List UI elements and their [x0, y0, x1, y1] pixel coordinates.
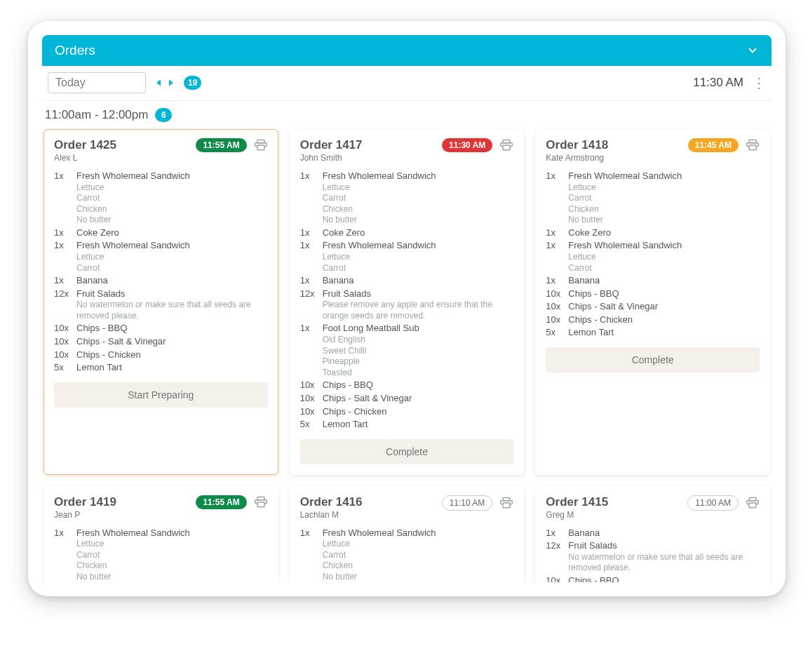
- item-modifier: Lettuce: [76, 539, 268, 550]
- item-qty: 1x: [54, 239, 71, 274]
- item-name: Lemon Tart: [568, 326, 760, 339]
- printer-icon[interactable]: [254, 495, 268, 509]
- item-note: Please remove any apple and ensure that …: [323, 300, 514, 321]
- item-modifier: Old English: [323, 335, 514, 346]
- printer-icon[interactable]: [499, 138, 513, 152]
- item-qty: 1x: [546, 239, 563, 274]
- order-id: Order 1417: [300, 138, 363, 152]
- order-item-row: 1xCoke Zero: [54, 227, 268, 239]
- item-modifier: No butter: [323, 572, 514, 582]
- svg-marker-0: [156, 80, 161, 86]
- order-items: 1xFresh Wholemeal SandwichLettuceCarrotC…: [300, 527, 514, 582]
- svg-rect-3: [257, 145, 264, 150]
- item-qty: 1x: [300, 227, 317, 239]
- item-name: Fresh Wholemeal Sandwich: [323, 170, 514, 182]
- item-qty: 1x: [300, 322, 317, 378]
- order-customer: Kate Armstrong: [546, 153, 608, 163]
- order-action-button[interactable]: Complete: [546, 347, 760, 372]
- item-modifier: Lettuce: [323, 252, 514, 263]
- item-qty: 1x: [54, 527, 71, 582]
- prev-day-icon[interactable]: [153, 76, 164, 89]
- order-card-header: Order 1415Greg M11:00 AM: [546, 495, 760, 520]
- page-title: Orders: [55, 43, 95, 58]
- item-name: Fresh Wholemeal Sandwich: [568, 239, 760, 252]
- orders-scroll[interactable]: Order 1425Alex L11:55 AM1xFresh Wholemea…: [42, 128, 772, 582]
- order-item-row: 10xChips - BBQ: [54, 322, 268, 335]
- order-card-header: Order 1416Lachlan M11:10 AM: [300, 495, 514, 520]
- item-name: Banana: [568, 274, 760, 287]
- item-modifier: Carrot: [568, 263, 760, 274]
- date-nav: [153, 76, 177, 89]
- order-item-row: 10xChips - BBQ: [300, 379, 514, 391]
- order-action-button[interactable]: Start Preparing: [54, 382, 268, 408]
- order-items: 1xBanana12xFruit SaladsNo watermelon or …: [546, 527, 760, 582]
- item-modifier: Pineapple: [323, 356, 514, 368]
- printer-icon[interactable]: [746, 496, 760, 510]
- printer-icon[interactable]: [746, 138, 760, 152]
- order-card[interactable]: Order 1416Lachlan M11:10 AM1xFresh Whole…: [290, 486, 525, 582]
- order-item-row: 1xFresh Wholemeal SandwichLettuceCarrotC…: [54, 527, 268, 582]
- order-time-pill: 11:30 AM: [442, 138, 492, 152]
- item-qty: 1x: [300, 170, 317, 226]
- next-day-icon[interactable]: [166, 76, 177, 89]
- item-name: Coke Zero: [76, 227, 268, 239]
- header-bar: Orders: [42, 35, 772, 66]
- date-select[interactable]: Today: [48, 72, 146, 93]
- item-name: Fruit Salads: [76, 288, 268, 300]
- order-action-button[interactable]: Complete: [300, 439, 514, 464]
- time-slot-label: 11:00am - 12:00pm: [45, 108, 148, 122]
- item-name: Coke Zero: [568, 227, 760, 239]
- order-item-row: 1xBanana: [300, 274, 514, 287]
- order-card[interactable]: Order 1419Jean P11:55 AM1xFresh Wholemea…: [43, 486, 278, 582]
- svg-rect-5: [503, 145, 510, 150]
- printer-icon[interactable]: [499, 496, 513, 510]
- item-modifier: Toasted: [323, 368, 514, 379]
- item-modifier: Carrot: [323, 193, 514, 204]
- order-id: Order 1419: [54, 495, 116, 509]
- order-card[interactable]: Order 1417John Smith11:30 AM1xFresh Whol…: [290, 129, 525, 475]
- item-qty: 10x: [546, 288, 563, 300]
- item-note: No watermelon or make sure that all seed…: [76, 300, 268, 321]
- item-qty: 1x: [546, 274, 563, 287]
- item-qty: 10x: [546, 300, 563, 313]
- order-item-row: 1xFresh Wholemeal SandwichLettuceCarrotC…: [300, 527, 514, 582]
- item-qty: 1x: [300, 239, 317, 274]
- item-name: Fresh Wholemeal Sandwich: [76, 527, 268, 539]
- item-qty: 1x: [300, 274, 317, 287]
- item-qty: 12x: [54, 288, 71, 322]
- order-items: 1xFresh Wholemeal SandwichLettuceCarrotC…: [54, 527, 268, 582]
- item-qty: 1x: [546, 170, 563, 226]
- item-name: Fresh Wholemeal Sandwich: [76, 239, 268, 252]
- order-card[interactable]: Order 1425Alex L11:55 AM1xFresh Wholemea…: [43, 129, 278, 475]
- order-item-row: 10xChips - Salt & Vinegar: [54, 335, 268, 348]
- item-name: Fresh Wholemeal Sandwich: [568, 170, 760, 182]
- item-modifier: No butter: [76, 572, 268, 582]
- item-name: Banana: [323, 274, 514, 287]
- svg-rect-11: [503, 503, 510, 508]
- item-name: Fresh Wholemeal Sandwich: [323, 527, 514, 539]
- order-items: 1xFresh Wholemeal SandwichLettuceCarrotC…: [54, 170, 268, 374]
- order-items: 1xFresh Wholemeal SandwichLettuceCarrotC…: [300, 170, 514, 431]
- order-card[interactable]: Order 1415Greg M11:00 AM1xBanana12xFruit…: [535, 486, 770, 582]
- order-item-row: 1xBanana: [546, 274, 760, 287]
- order-item-row: 5xLemon Tart: [54, 361, 268, 374]
- item-name: Chips - Chicken: [323, 405, 514, 418]
- printer-icon[interactable]: [254, 138, 268, 152]
- order-card[interactable]: Order 1418Kate Armstrong11:45 AM1xFresh …: [535, 129, 770, 475]
- order-item-row: 1xFresh Wholemeal SandwichLettuceCarrotC…: [546, 170, 760, 226]
- item-name: Fresh Wholemeal Sandwich: [76, 170, 268, 182]
- order-id: Order 1415: [546, 495, 608, 509]
- order-item-row: 10xChips - Chicken: [300, 405, 514, 418]
- item-qty: 1x: [54, 170, 71, 226]
- order-item-row: 12xFruit SaladsNo watermelon or make sur…: [54, 288, 268, 322]
- item-name: Banana: [568, 527, 760, 539]
- order-item-row: 5xLemon Tart: [300, 418, 514, 431]
- order-item-row: 1xFresh Wholemeal SandwichLettuceCarrot: [546, 239, 760, 274]
- more-menu-icon[interactable]: ⋮: [752, 76, 766, 90]
- item-modifier: Chicken: [323, 560, 514, 572]
- item-name: Chips - BBQ: [76, 322, 268, 335]
- item-modifier: No butter: [323, 215, 514, 226]
- item-qty: 10x: [54, 322, 71, 335]
- chevron-down-icon[interactable]: [746, 44, 759, 57]
- order-item-row: 12xFruit SaladsNo watermelon or make sur…: [546, 539, 760, 574]
